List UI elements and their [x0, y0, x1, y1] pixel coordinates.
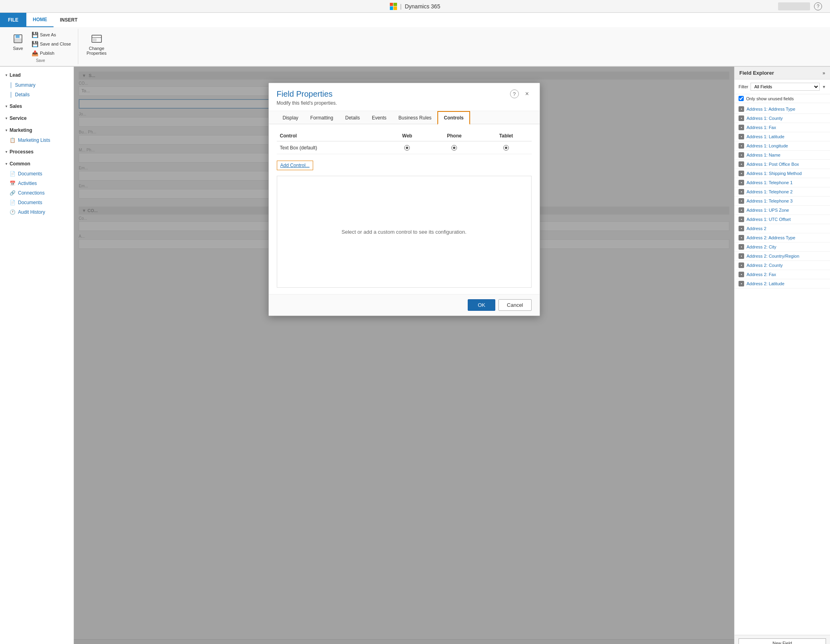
list-item[interactable]: ▪ Address 1: Longitude	[735, 141, 830, 151]
list-item[interactable]: ▪ Address 1: Address Type	[735, 105, 830, 114]
dialog-body: Control Web Phone Tablet Text Box (defau…	[269, 124, 540, 294]
summary-icon: │	[10, 82, 13, 88]
title-bar: | Dynamics 365 ?	[0, 0, 830, 13]
help-icon[interactable]: ?	[814, 2, 822, 10]
save-close-button[interactable]: 💾 Save and Close	[30, 40, 73, 48]
web-radio-button[interactable]	[404, 145, 410, 151]
dialog-close-button[interactable]: ×	[523, 89, 532, 98]
sidebar-section-header-common[interactable]: ▼ Common	[0, 159, 73, 169]
common-label: Common	[10, 161, 30, 167]
list-item[interactable]: ▪ Address 1: Shipping Method	[735, 169, 830, 178]
list-item[interactable]: ▪ Address 1: Latitude	[735, 132, 830, 141]
lead-label: Lead	[10, 72, 21, 78]
connections-icon: 🔗	[10, 190, 16, 196]
list-item[interactable]: ▪ Address 1: UTC Offset	[735, 215, 830, 224]
processes-label: Processes	[10, 149, 34, 155]
list-item[interactable]: ▪ Address 2: City	[735, 242, 830, 252]
field-icon-1: ▪	[739, 115, 744, 121]
right-panel-header: Field Explorer »	[735, 67, 830, 80]
field-label-17: Address 2: County	[747, 263, 783, 268]
list-item[interactable]: ▪ Address 1: Post Office Box	[735, 160, 830, 169]
tab-file[interactable]: FILE	[0, 13, 26, 27]
field-icon-3: ▪	[739, 134, 744, 139]
details-label: Details	[15, 92, 30, 97]
tablet-radio-button[interactable]	[503, 145, 509, 151]
sidebar-section-header-marketing[interactable]: ▼ Marketing	[0, 125, 73, 135]
save-button[interactable]: Save	[8, 30, 28, 53]
sidebar-item-activities[interactable]: 📅 Activities	[0, 179, 73, 188]
col-tablet: Tablet	[481, 131, 532, 141]
dialog-footer: OK Cancel	[269, 294, 540, 316]
list-item[interactable]: ▪ Address 1: Telephone 2	[735, 187, 830, 197]
sidebar-section-header-sales[interactable]: ▼ Sales	[0, 101, 73, 111]
list-item[interactable]: ▪ Address 1: Name	[735, 151, 830, 160]
sidebar-section-processes: ▼ Processes	[0, 147, 73, 157]
filter-select[interactable]: All Fields Required Fields Optional Fiel…	[751, 83, 820, 91]
add-control-link[interactable]: Add Control...	[277, 161, 313, 170]
publish-button[interactable]: 📤 Publish	[30, 49, 73, 58]
ok-button[interactable]: OK	[468, 299, 495, 311]
sidebar-item-documents1[interactable]: 📄 Documents	[0, 169, 73, 179]
summary-label: Summary	[15, 82, 36, 88]
marketing-lists-label: Marketing Lists	[18, 137, 50, 143]
tab-home[interactable]: HOME	[26, 13, 54, 27]
sidebar-item-documents2[interactable]: 📄 Documents	[0, 198, 73, 207]
sidebar-section-header-service[interactable]: ▼ Service	[0, 113, 73, 123]
field-list: ▪ Address 1: Address Type ▪ Address 1: C…	[735, 103, 830, 635]
list-item[interactable]: ▪ Address 2	[735, 224, 830, 233]
sidebar-item-audit-history[interactable]: 🕐 Audit History	[0, 207, 73, 217]
phone-radio-button[interactable]	[451, 145, 457, 151]
sidebar-section-header-processes[interactable]: ▼ Processes	[0, 147, 73, 157]
list-item[interactable]: ▪ Address 2: Address Type	[735, 233, 830, 242]
sidebar-section-sales: ▼ Sales	[0, 101, 73, 111]
field-icon-10: ▪	[739, 198, 744, 204]
list-item[interactable]: ▪ Address 1: Fax	[735, 123, 830, 132]
list-item[interactable]: ▪ Address 1: Telephone 1	[735, 178, 830, 187]
tab-details[interactable]: Details	[339, 111, 366, 124]
tab-business-rules[interactable]: Business Rules	[393, 111, 438, 124]
save-as-button[interactable]: 💾 Save As	[30, 30, 73, 39]
cancel-button[interactable]: Cancel	[498, 299, 531, 311]
field-icon-18: ▪	[739, 272, 744, 277]
list-item[interactable]: ▪ Address 2: Country/Region	[735, 252, 830, 261]
table-row: Text Box (default)	[277, 141, 532, 154]
list-item[interactable]: ▪ Address 1: UPS Zone	[735, 206, 830, 215]
field-label-18: Address 2: Fax	[747, 272, 776, 277]
sidebar-item-marketing-lists[interactable]: 📋 Marketing Lists	[0, 135, 73, 145]
sidebar-section-header-lead[interactable]: ▼ Lead	[0, 70, 73, 80]
phone-radio[interactable]	[428, 141, 481, 154]
tablet-radio[interactable]	[481, 141, 532, 154]
field-icon-2: ▪	[739, 125, 744, 130]
save-as-icon: 💾	[32, 32, 38, 38]
list-item[interactable]: ▪ Address 2: Fax	[735, 270, 830, 279]
sidebar-item-summary[interactable]: │ Summary	[0, 80, 73, 90]
tab-events[interactable]: Events	[366, 111, 393, 124]
change-properties-button[interactable]: Change Properties	[83, 30, 110, 58]
dialog-help-button[interactable]: ?	[510, 89, 519, 98]
user-avatar[interactable]	[778, 2, 810, 10]
ribbon-group-save: Save 💾 Save As 💾 Save and Close 📤 Publis…	[3, 29, 78, 64]
list-item[interactable]: ▪ Address 1: County	[735, 114, 830, 123]
sidebar-section-lead: ▼ Lead │ Summary │ Details	[0, 70, 73, 99]
processes-triangle-icon: ▼	[5, 150, 8, 154]
sidebar-item-connections[interactable]: 🔗 Connections	[0, 188, 73, 198]
list-item[interactable]: ▪ Address 2: County	[735, 261, 830, 270]
only-unused-checkbox[interactable]	[739, 96, 744, 101]
only-unused-label[interactable]: Only show unused fields	[746, 96, 794, 101]
tab-controls[interactable]: Controls	[437, 111, 470, 125]
change-properties-icon	[90, 32, 103, 45]
list-item[interactable]: ▪ Address 2: Latitude	[735, 279, 830, 288]
field-icon-8: ▪	[739, 180, 744, 185]
ribbon-small-stack: 💾 Save As 💾 Save and Close 📤 Publish	[30, 30, 73, 58]
tab-display[interactable]: Display	[277, 111, 304, 124]
list-item[interactable]: ▪ Address 1: Telephone 3	[735, 197, 830, 206]
tab-formatting[interactable]: Formatting	[304, 111, 339, 124]
expand-icon[interactable]: »	[822, 70, 825, 76]
new-field-button[interactable]: New Field	[739, 638, 826, 644]
ribbon-group-properties: Change Properties	[78, 29, 115, 64]
separator: |	[400, 3, 402, 10]
tab-insert[interactable]: INSERT	[54, 13, 84, 27]
sidebar-item-details[interactable]: │ Details	[0, 90, 73, 99]
web-radio[interactable]	[387, 141, 428, 154]
publish-icon: 📤	[32, 50, 38, 56]
